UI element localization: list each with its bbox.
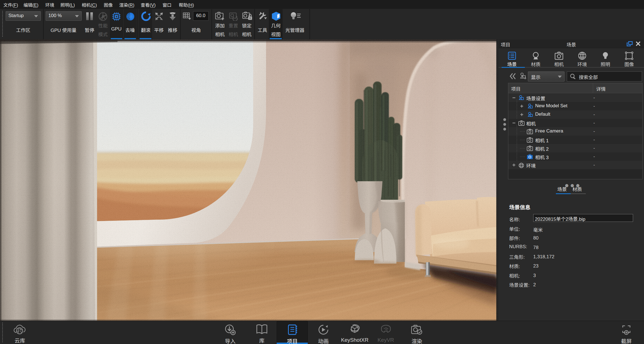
svg-text:P: P xyxy=(102,14,105,19)
svg-text:G: G xyxy=(115,15,118,19)
